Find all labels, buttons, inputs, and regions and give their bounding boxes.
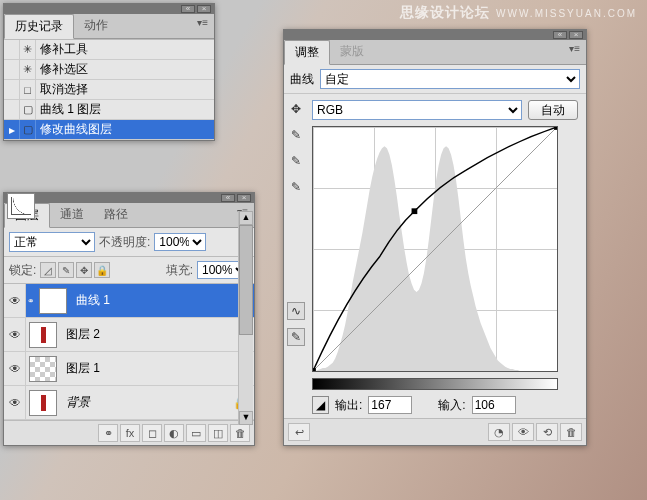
blend-mode-select[interactable]: 正常 (9, 232, 95, 252)
layer-name[interactable]: 背景 (60, 394, 227, 411)
tab-masks[interactable]: 蒙版 (330, 40, 374, 64)
reset-icon[interactable]: ⟲ (536, 423, 558, 441)
adjust-footer: ↩ ◔ 👁 ⟲ 🗑 (284, 418, 586, 445)
lock-all-icon[interactable]: 🔒 (94, 262, 110, 278)
mask-thumb[interactable] (39, 288, 67, 314)
collapse-icon[interactable]: « (221, 194, 235, 202)
histogram-icon[interactable]: ◢ (312, 396, 329, 414)
visibility-icon[interactable]: 👁 (4, 386, 26, 419)
panel-titlebar[interactable]: «× (4, 193, 254, 203)
curve-point-mode-icon[interactable]: ∿ (287, 302, 305, 320)
group-icon[interactable]: ▭ (186, 424, 206, 442)
layer-name[interactable]: 图层 1 (60, 360, 254, 377)
adjustments-panel: «× 调整 蒙版 ▾≡ 曲线 自定 ✥ ✎ ✎ ✎ ∿ ✎ RGB 自动 (283, 29, 587, 446)
lock-pixels-icon[interactable]: ✎ (58, 262, 74, 278)
svg-rect-1 (313, 368, 316, 371)
output-field[interactable] (368, 396, 412, 414)
eyedropper-gray-icon[interactable]: ✎ (287, 152, 305, 170)
layer-style-icon[interactable]: fx (120, 424, 140, 442)
return-icon[interactable]: ↩ (288, 423, 310, 441)
history-tabs: 历史记录 动作 ▾≡ (4, 14, 214, 39)
preset-select[interactable]: 自定 (320, 69, 580, 89)
lock-position-icon[interactable]: ✥ (76, 262, 92, 278)
tab-history[interactable]: 历史记录 (4, 14, 74, 39)
input-field[interactable] (472, 396, 516, 414)
curves-graph[interactable] (312, 126, 558, 372)
opacity-label: 不透明度: (99, 234, 150, 251)
eyedropper-white-icon[interactable]: ✎ (287, 178, 305, 196)
history-item[interactable]: ▸▢修改曲线图层 (4, 120, 214, 140)
svg-rect-2 (554, 127, 557, 130)
history-item[interactable]: □取消选择 (4, 80, 214, 100)
delete-adjust-icon[interactable]: 🗑 (560, 423, 582, 441)
layer-mask-icon[interactable]: ◻ (142, 424, 162, 442)
layer-thumb[interactable] (29, 322, 57, 348)
layers-panel: «× 图层 通道 路径 ▾≡ 正常 不透明度: 100% 锁定: ◿ ✎ ✥ 🔒… (3, 192, 255, 446)
svg-rect-3 (412, 208, 418, 214)
fill-label: 填充: (166, 262, 193, 279)
visibility-icon[interactable]: 👁 (4, 284, 26, 317)
adjustment-type-label: 曲线 (290, 71, 314, 88)
panel-menu-icon[interactable]: ▾≡ (563, 40, 586, 64)
close-icon[interactable]: × (197, 5, 211, 13)
eyedropper-black-icon[interactable]: ✎ (287, 126, 305, 144)
layer-row[interactable]: 👁背景🔒 (4, 386, 254, 420)
tab-adjustments[interactable]: 调整 (284, 40, 330, 65)
layer-row[interactable]: 👁图层 2 (4, 318, 254, 352)
opacity-select[interactable]: 100% (154, 233, 206, 251)
layer-thumb[interactable] (29, 356, 57, 382)
layer-row[interactable]: 👁⚭曲线 1 (4, 284, 254, 318)
channel-select[interactable]: RGB (312, 100, 522, 120)
adjust-tabs: 调整 蒙版 ▾≡ (284, 40, 586, 65)
panel-titlebar[interactable]: «× (4, 4, 214, 14)
history-item[interactable]: ✳修补工具 (4, 40, 214, 60)
watermark: 思缘设计论坛WWW.MISSYUAN.COM (400, 4, 637, 22)
close-icon[interactable]: × (237, 194, 251, 202)
clip-layer-icon[interactable]: ◔ (488, 423, 510, 441)
visibility-icon[interactable]: 👁 (4, 318, 26, 351)
panel-titlebar[interactable]: «× (284, 30, 586, 40)
view-previous-icon[interactable]: 👁 (512, 423, 534, 441)
auto-button[interactable]: 自动 (528, 100, 578, 120)
svg-line-0 (313, 127, 557, 371)
history-list: ✳修补工具✳修补选区□取消选择▢曲线 1 图层▸▢修改曲线图层 (4, 39, 214, 140)
input-gradient (312, 378, 558, 390)
tab-actions[interactable]: 动作 (74, 14, 118, 38)
history-panel: «× 历史记录 动作 ▾≡ ✳修补工具✳修补选区□取消选择▢曲线 1 图层▸▢修… (3, 3, 215, 141)
target-adjust-icon[interactable]: ✥ (287, 100, 305, 118)
close-icon[interactable]: × (569, 31, 583, 39)
curve-draw-mode-icon[interactable]: ✎ (287, 328, 305, 346)
visibility-icon[interactable]: 👁 (4, 352, 26, 385)
tab-paths[interactable]: 路径 (94, 203, 138, 227)
input-label: 输入: (438, 397, 465, 414)
layer-name[interactable]: 曲线 1 (70, 292, 254, 309)
lock-transparency-icon[interactable]: ◿ (40, 262, 56, 278)
collapse-icon[interactable]: « (553, 31, 567, 39)
lock-label: 锁定: (9, 262, 36, 279)
adjustment-layer-icon[interactable]: ◐ (164, 424, 184, 442)
layers-tabs: 图层 通道 路径 ▾≡ (4, 203, 254, 228)
delete-layer-icon[interactable]: 🗑 (230, 424, 250, 442)
curves-toolbar: ✥ ✎ ✎ ✎ ∿ ✎ (284, 94, 308, 418)
output-label: 输出: (335, 397, 362, 414)
new-layer-icon[interactable]: ◫ (208, 424, 228, 442)
layer-thumb[interactable] (29, 390, 57, 416)
adjustment-thumb[interactable] (7, 193, 35, 219)
layer-list: 👁⚭曲线 1👁图层 2👁图层 1👁背景🔒 (4, 284, 254, 420)
link-layers-icon[interactable]: ⚭ (98, 424, 118, 442)
panel-menu-icon[interactable]: ▾≡ (191, 14, 214, 38)
history-item[interactable]: ▢曲线 1 图层 (4, 100, 214, 120)
layers-footer: ⚭ fx ◻ ◐ ▭ ◫ 🗑 (4, 420, 254, 445)
collapse-icon[interactable]: « (181, 5, 195, 13)
history-item[interactable]: ✳修补选区 (4, 60, 214, 80)
layer-name[interactable]: 图层 2 (60, 326, 254, 343)
tab-channels[interactable]: 通道 (50, 203, 94, 227)
scrollbar[interactable]: ▲▼ (238, 211, 253, 425)
layer-row[interactable]: 👁图层 1 (4, 352, 254, 386)
